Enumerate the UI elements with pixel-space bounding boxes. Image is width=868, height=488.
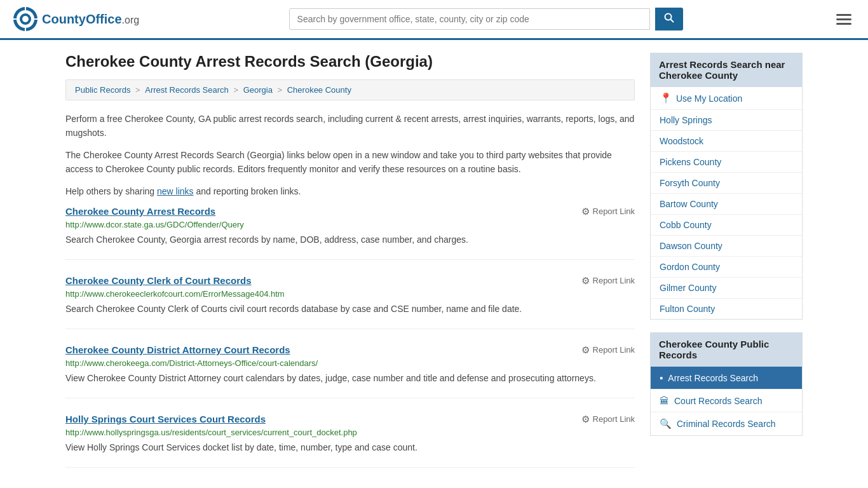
nearby-link-1[interactable]: Woodstock — [651, 131, 802, 151]
search-button[interactable] — [655, 8, 683, 30]
hamburger-line-1 — [836, 14, 851, 16]
breadcrumb-georgia[interactable]: Georgia — [243, 85, 273, 95]
record-desc-3: View Holly Springs Court Services docket… — [65, 441, 635, 454]
pr-label-1: Court Records Search — [674, 396, 763, 406]
nearby-link-2[interactable]: Pickens County — [651, 152, 802, 172]
svg-line-9 — [670, 20, 674, 23]
nearby-item-5[interactable]: Cobb County — [651, 215, 802, 236]
breadcrumb: Public Records > Arrest Records Search >… — [65, 79, 635, 100]
nearby-link-8[interactable]: Gilmer County — [651, 278, 802, 298]
nearby-item-1[interactable]: Woodstock — [651, 131, 802, 152]
description-para3: Help others by sharing new links and rep… — [65, 184, 635, 198]
nearby-link-3[interactable]: Forsyth County — [651, 173, 802, 193]
header: CountyOffice.org — [0, 0, 868, 40]
report-link-3[interactable]: ⚙ Report Link — [581, 414, 635, 425]
record-title-3[interactable]: Holly Springs Court Services Court Recor… — [65, 414, 266, 424]
description-para1: Perform a free Cherokee County, GA publi… — [65, 112, 635, 140]
record-header: Cherokee County District Attorney Court … — [65, 344, 635, 356]
nearby-link-6[interactable]: Dawson County — [651, 236, 802, 256]
report-icon-0: ⚙ — [581, 206, 590, 217]
pr-label-0: Arrest Records Search — [668, 373, 758, 383]
logo-area: CountyOffice.org — [13, 6, 139, 32]
svg-point-8 — [665, 14, 671, 20]
report-label-1: Report Link — [593, 276, 635, 285]
record-item: Cherokee County Arrest Records ⚙ Report … — [65, 206, 635, 260]
location-icon: 📍 — [660, 92, 672, 104]
public-records-list: ▪ Arrest Records Search 🏛 Court Records … — [650, 367, 803, 436]
svg-point-3 — [22, 16, 29, 22]
nearby-link-5[interactable]: Cobb County — [651, 215, 802, 235]
breadcrumb-cherokee-county[interactable]: Cherokee County — [287, 85, 351, 95]
report-link-0[interactable]: ⚙ Report Link — [581, 206, 635, 217]
description-para2: The Cherokee County Arrest Records Searc… — [65, 148, 635, 177]
record-title-0[interactable]: Cherokee County Arrest Records — [65, 206, 215, 217]
breadcrumb-public-records[interactable]: Public Records — [75, 85, 130, 95]
use-location-link[interactable]: 📍 Use My Location — [651, 87, 802, 109]
record-item: Cherokee County Clerk of Court Records ⚙… — [65, 275, 635, 329]
page-title: Cherokee County Arrest Records Search (G… — [65, 53, 635, 71]
record-header: Cherokee County Clerk of Court Records ⚙… — [65, 275, 635, 287]
record-url-0[interactable]: http://www.dcor.state.ga.us/GDC/Offender… — [65, 220, 635, 229]
nearby-item-7[interactable]: Gordon County — [651, 257, 802, 278]
use-location-item[interactable]: 📍 Use My Location — [651, 87, 802, 110]
pr-item-0[interactable]: ▪ Arrest Records Search — [651, 367, 802, 390]
record-desc-2: View Cherokee County District Attorney c… — [65, 372, 635, 385]
hamburger-line-3 — [836, 23, 851, 25]
pr-item-1[interactable]: 🏛 Court Records Search — [651, 390, 802, 412]
pr-icon-1: 🏛 — [660, 395, 669, 406]
report-icon-1: ⚙ — [581, 275, 590, 287]
nearby-link-9[interactable]: Fulton County — [651, 299, 802, 319]
record-url-3[interactable]: http://www.hollyspringsga.us/residents/c… — [65, 428, 635, 437]
nearby-section: Arrest Records Search near Cherokee Coun… — [650, 53, 803, 320]
nearby-list: 📍 Use My Location Holly SpringsWoodstock… — [650, 87, 803, 320]
record-header: Cherokee County Arrest Records ⚙ Report … — [65, 206, 635, 217]
report-label-3: Report Link — [593, 414, 635, 424]
nearby-item-4[interactable]: Bartow County — [651, 194, 802, 215]
nearby-item-0[interactable]: Holly Springs — [651, 110, 802, 131]
report-link-1[interactable]: ⚙ Report Link — [581, 275, 635, 287]
nearby-item-8[interactable]: Gilmer County — [651, 278, 802, 299]
content-area: Cherokee County Arrest Records Search (G… — [65, 53, 635, 483]
report-label-2: Report Link — [593, 345, 635, 355]
records-container: Cherokee County Arrest Records ⚙ Report … — [65, 206, 635, 468]
main-container: Cherokee County Arrest Records Search (G… — [53, 40, 815, 488]
pr-label-2: Criminal Records Search — [677, 419, 776, 429]
search-area — [289, 8, 683, 30]
pr-link-1[interactable]: 🏛 Court Records Search — [651, 390, 802, 412]
nearby-item-9[interactable]: Fulton County — [651, 299, 802, 319]
record-header: Holly Springs Court Services Court Recor… — [65, 414, 635, 425]
nearby-item-2[interactable]: Pickens County — [651, 152, 802, 173]
logo-icon — [13, 6, 38, 32]
pr-link-0[interactable]: ▪ Arrest Records Search — [651, 367, 802, 389]
report-link-2[interactable]: ⚙ Report Link — [581, 344, 635, 356]
record-url-2[interactable]: http://www.cherokeega.com/District-Attor… — [65, 358, 635, 368]
search-icon — [664, 13, 674, 23]
nearby-link-7[interactable]: Gordon County — [651, 257, 802, 277]
breadcrumb-arrest-records[interactable]: Arrest Records Search — [145, 85, 229, 95]
record-desc-1: Search Cherokee County Clerk of Courts c… — [65, 302, 635, 316]
pr-icon-0: ▪ — [660, 372, 663, 383]
report-icon-3: ⚙ — [581, 414, 590, 425]
nearby-item-6[interactable]: Dawson County — [651, 236, 802, 257]
record-item: Holly Springs Court Services Court Recor… — [65, 414, 635, 468]
nearby-link-0[interactable]: Holly Springs — [651, 110, 802, 130]
public-records-heading: Cherokee County Public Records — [650, 332, 803, 367]
record-desc-0: Search Cherokee County, Georgia arrest r… — [65, 233, 635, 247]
nearby-link-4[interactable]: Bartow County — [651, 194, 802, 214]
record-item: Cherokee County District Attorney Court … — [65, 344, 635, 398]
search-input[interactable] — [289, 8, 650, 30]
record-url-1[interactable]: http://www.cherokeeclerkofcourt.com/Erro… — [65, 289, 635, 299]
new-links-link[interactable]: new links — [157, 186, 194, 196]
public-records-section: Cherokee County Public Records ▪ Arrest … — [650, 332, 803, 436]
sidebar: Arrest Records Search near Cherokee Coun… — [650, 53, 803, 483]
record-title-1[interactable]: Cherokee County Clerk of Court Records — [65, 275, 252, 286]
hamburger-line-2 — [836, 18, 851, 20]
logo-text: CountyOffice.org — [42, 12, 139, 27]
hamburger-menu-button[interactable] — [832, 10, 855, 29]
nearby-item-3[interactable]: Forsyth County — [651, 173, 802, 194]
report-label-0: Report Link — [593, 207, 635, 216]
report-icon-2: ⚙ — [581, 344, 590, 356]
pr-item-2[interactable]: 🔍 Criminal Records Search — [651, 412, 802, 435]
record-title-2[interactable]: Cherokee County District Attorney Court … — [65, 344, 290, 355]
pr-link-2[interactable]: 🔍 Criminal Records Search — [651, 412, 802, 435]
